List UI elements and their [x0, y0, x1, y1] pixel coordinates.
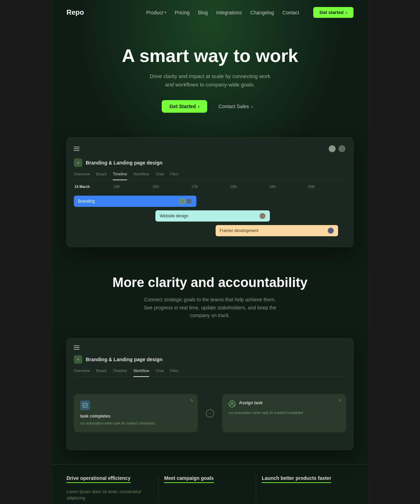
- workflow-card-task-completes: task completes run automation when task …: [74, 394, 198, 432]
- feature-title: Launch better products faster: [262, 475, 331, 483]
- edit-icon[interactable]: ✎: [338, 398, 342, 403]
- arrow-icon: ›: [251, 104, 253, 109]
- timeline-bar-row: Website design: [74, 210, 346, 222]
- nav-pricing[interactable]: Pricing: [175, 10, 190, 15]
- feature-title: Drive operational efficiency: [66, 475, 131, 483]
- date-label: 16th: [152, 185, 190, 189]
- arrow-icon: ›: [198, 104, 200, 109]
- workflow-card-assign-task: Assign task run automation when task its…: [222, 394, 346, 432]
- tab-board[interactable]: Board: [96, 369, 106, 373]
- section2-title: More clarity and accountability: [66, 275, 354, 290]
- feature-title: Meet campaign goals: [164, 475, 214, 483]
- mockup-avatars: [328, 145, 346, 153]
- website-bar: Website design: [155, 210, 270, 222]
- tab-overview[interactable]: Overview: [74, 172, 90, 177]
- feature-launch-products: Launch better products faster: [256, 475, 354, 501]
- workflow-card-desc: run automation when task its marked comp…: [80, 421, 191, 426]
- date-label: 17th: [190, 185, 229, 189]
- avatar: [328, 145, 336, 153]
- chevron-down-icon: ▾: [164, 10, 166, 14]
- date-label: 18th: [230, 185, 268, 189]
- date-label: 19th: [268, 185, 307, 189]
- date-label: 20th: [307, 185, 346, 189]
- arrow-icon: ›: [346, 10, 347, 15]
- timeline-mockup: + Branding & Landing page design Overvie…: [66, 137, 354, 247]
- framer-bar: Framer development: [216, 225, 338, 236]
- tab-files[interactable]: Files: [170, 172, 178, 177]
- workflow-card-title: task completes: [80, 414, 191, 419]
- add-button[interactable]: +: [74, 355, 82, 364]
- nav-contact[interactable]: Contact: [282, 10, 299, 15]
- project-title: Branding & Landing page design: [86, 357, 162, 362]
- feature-drive-efficiency: Drive operational efficiency Lorem ipsum…: [66, 475, 159, 501]
- logo: Repo: [66, 8, 84, 16]
- hero-get-started-button[interactable]: Get Started ›: [162, 100, 207, 113]
- tab-workflow[interactable]: Workflow: [133, 369, 149, 377]
- nav-get-started-button[interactable]: Get started ›: [313, 7, 354, 18]
- nav-integrations[interactable]: Integrations: [216, 10, 242, 15]
- nav-product[interactable]: Product ▾: [146, 10, 166, 15]
- avatar: [179, 198, 185, 204]
- workflow-connector: →: [205, 394, 215, 432]
- section2-subtitle: Connect strategic goals to the teams tha…: [140, 296, 280, 319]
- avatar: [186, 198, 192, 204]
- connector-circle: →: [206, 409, 214, 418]
- avatar: [259, 213, 266, 219]
- tab-timeline[interactable]: Timeline: [113, 172, 127, 180]
- feature-campaign-goals: Meet campaign goals: [159, 475, 256, 501]
- timeline-bar-row: Framer development: [74, 225, 346, 236]
- branding-bar: Branding: [74, 196, 196, 207]
- assign-icon: [229, 400, 236, 407]
- tab-chat[interactable]: Chat: [155, 172, 163, 177]
- edit-icon[interactable]: ✎: [190, 398, 194, 403]
- add-button[interactable]: +: [74, 159, 82, 167]
- feature-desc: Lorem ipsum dolor sit amet, consectetur …: [66, 489, 153, 501]
- tab-workflow[interactable]: Workflow: [133, 172, 149, 177]
- tab-timeline[interactable]: Timeline: [113, 369, 127, 373]
- timeline-bar-row: Branding: [74, 196, 346, 207]
- hamburger-icon[interactable]: [74, 147, 79, 151]
- tab-overview[interactable]: Overview: [74, 369, 90, 373]
- tab-files[interactable]: Files: [170, 369, 178, 373]
- date-label: 15th: [113, 185, 152, 189]
- workflow-mockup: + Branding & Landing page design Overvie…: [66, 338, 354, 450]
- nav-changelog[interactable]: Changelog: [250, 10, 274, 15]
- tab-board[interactable]: Board: [96, 172, 106, 177]
- hero-contact-sales-button[interactable]: Contact Sales ›: [213, 100, 258, 113]
- bottom-features: Drive operational efficiency Lorem ipsum…: [52, 464, 368, 504]
- task-icon: [80, 400, 90, 410]
- hamburger-icon[interactable]: [74, 345, 79, 350]
- tab-chat[interactable]: Chat: [155, 369, 163, 373]
- avatar: [328, 227, 334, 234]
- workflow-card-desc: run automation when task its marked comp…: [229, 410, 340, 415]
- hero-title: A smart way to work: [66, 46, 354, 66]
- avatar: [338, 145, 346, 153]
- hero-subtitle: Drive clarity and impact at scale by con…: [147, 72, 273, 89]
- date-label: 14 March: [74, 185, 113, 189]
- project-title: Branding & Landing page design: [86, 160, 162, 166]
- nav-blog[interactable]: Blog: [198, 10, 208, 15]
- workflow-card-title: Assign task: [239, 400, 262, 405]
